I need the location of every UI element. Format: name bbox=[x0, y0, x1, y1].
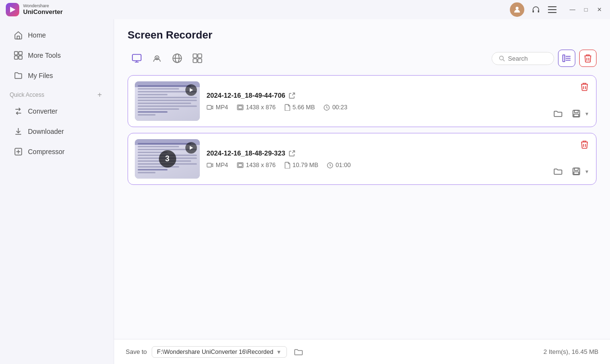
browse-folder-button[interactable] bbox=[292, 345, 305, 359]
toolbar bbox=[128, 49, 597, 67]
more-tools-icon bbox=[13, 51, 23, 60]
delete-recording-button[interactable] bbox=[580, 139, 589, 150]
svg-rect-3 bbox=[538, 10, 539, 13]
duration-value: 00:23 bbox=[332, 104, 347, 111]
open-external-icon[interactable] bbox=[289, 150, 295, 156]
resolution-value: 1438 x 876 bbox=[246, 104, 276, 111]
svg-rect-40 bbox=[238, 164, 242, 167]
svg-rect-6 bbox=[548, 12, 557, 13]
svg-point-15 bbox=[156, 57, 158, 59]
file-icon bbox=[285, 162, 290, 169]
clock-icon bbox=[324, 104, 330, 111]
delete-recording-button[interactable] bbox=[580, 81, 589, 92]
save-path-value: F:\Wondershare UniConverter 16\Recorded bbox=[157, 349, 273, 355]
duration-meta: 01:00 bbox=[327, 162, 350, 169]
sidebar-item-converter[interactable]: Converter bbox=[4, 102, 110, 121]
tab-audio[interactable] bbox=[168, 49, 186, 67]
format-value: MP4 bbox=[216, 104, 228, 111]
svg-marker-37 bbox=[190, 146, 193, 150]
dropdown-chevron-icon: ▼ bbox=[584, 169, 589, 174]
svg-rect-4 bbox=[548, 6, 557, 7]
item-count-label: 2 Item(s), 16.45 MB bbox=[544, 348, 598, 355]
delete-all-button[interactable] bbox=[579, 50, 597, 67]
format-value: MP4 bbox=[216, 162, 228, 169]
svg-rect-35 bbox=[574, 110, 578, 113]
sidebar-item-more-tools[interactable]: More Tools bbox=[4, 46, 110, 65]
svg-rect-8 bbox=[14, 52, 18, 55]
svg-rect-10 bbox=[14, 56, 18, 59]
downloader-icon bbox=[13, 127, 23, 136]
svg-rect-11 bbox=[19, 56, 22, 59]
sidebar-my-files-label: My Files bbox=[28, 72, 53, 79]
open-folder-button[interactable] bbox=[551, 164, 565, 179]
recording-info: 2024-12-16_18-48-29-323 bbox=[207, 149, 544, 169]
app-branding: Wondershare UniConverter bbox=[6, 3, 63, 16]
headset-icon[interactable] bbox=[531, 5, 541, 14]
save-to-label: Save to bbox=[126, 348, 147, 355]
search-box[interactable] bbox=[492, 52, 554, 65]
converter-icon bbox=[13, 106, 23, 116]
recording-name: 2024-12-16_18-49-44-706 bbox=[207, 91, 285, 99]
sidebar-item-compressor[interactable]: Compressor bbox=[4, 142, 110, 161]
recording-meta: MP4 1438 x 876 bbox=[207, 162, 544, 169]
size-value: 5.66 MB bbox=[293, 104, 315, 111]
main-layout: Home More Tools My Files Quick bbox=[0, 19, 610, 364]
svg-rect-36 bbox=[574, 114, 579, 117]
recording-meta: MP4 1438 x 876 bbox=[207, 104, 544, 111]
compressor-icon bbox=[13, 147, 23, 156]
svg-rect-25 bbox=[563, 55, 565, 62]
my-files-icon bbox=[13, 71, 23, 80]
user-avatar[interactable] bbox=[510, 2, 524, 17]
sidebar-more-tools-label: More Tools bbox=[28, 52, 61, 59]
sidebar-item-home[interactable]: Home bbox=[4, 26, 110, 45]
open-external-icon[interactable] bbox=[289, 92, 295, 99]
video-icon bbox=[207, 162, 213, 168]
svg-rect-2 bbox=[532, 10, 534, 13]
content-header: Screen Recorder bbox=[114, 19, 610, 67]
save-path-selector[interactable]: F:\Wondershare UniConverter 16\Recorded … bbox=[152, 346, 286, 358]
save-button[interactable] bbox=[569, 164, 584, 179]
quick-access-add-button[interactable]: + bbox=[95, 91, 104, 99]
close-button[interactable]: ✕ bbox=[595, 5, 604, 14]
list-view-button[interactable] bbox=[558, 50, 575, 67]
bottom-bar: Save to F:\Wondershare UniConverter 16\R… bbox=[114, 339, 610, 364]
video-icon bbox=[207, 104, 213, 110]
svg-rect-30 bbox=[207, 105, 211, 109]
svg-rect-13 bbox=[132, 54, 141, 61]
clock-icon bbox=[327, 162, 333, 169]
tab-apps[interactable] bbox=[188, 49, 207, 67]
file-icon bbox=[285, 104, 290, 111]
sidebar-item-my-files[interactable]: My Files bbox=[4, 66, 110, 85]
home-icon bbox=[13, 30, 23, 40]
sidebar-downloader-label: Downloader bbox=[28, 128, 64, 135]
quick-access-label: Quick Access bbox=[10, 91, 44, 98]
sidebar-converter-label: Converter bbox=[28, 107, 57, 115]
play-badge bbox=[185, 142, 197, 154]
minimize-button[interactable]: — bbox=[568, 5, 577, 14]
save-button[interactable] bbox=[569, 106, 584, 121]
resolution-icon bbox=[237, 162, 244, 168]
recording-thumbnail[interactable] bbox=[135, 81, 200, 121]
svg-rect-20 bbox=[198, 54, 202, 58]
sidebar-item-downloader[interactable]: Downloader bbox=[4, 122, 110, 141]
menu-icon[interactable] bbox=[547, 5, 557, 14]
sidebar-compressor-label: Compressor bbox=[28, 148, 65, 156]
tab-webcam[interactable] bbox=[148, 49, 166, 67]
page-title: Screen Recorder bbox=[128, 29, 597, 41]
save-dropdown-button[interactable]: ▼ bbox=[569, 106, 589, 121]
app-logo bbox=[6, 3, 19, 16]
maximize-button[interactable]: □ bbox=[581, 5, 591, 14]
search-input[interactable] bbox=[508, 55, 551, 62]
sidebar-home-label: Home bbox=[28, 31, 46, 39]
recording-name-row: 2024-12-16_18-49-44-706 bbox=[207, 91, 544, 99]
window-controls: — □ ✕ bbox=[568, 5, 604, 14]
resolution-meta: 1438 x 876 bbox=[237, 162, 276, 169]
save-dropdown-button[interactable]: ▼ bbox=[569, 164, 589, 179]
action-buttons: ▼ bbox=[551, 106, 589, 121]
action-buttons: ▼ bbox=[551, 164, 589, 179]
toolbar-right bbox=[492, 50, 597, 67]
tab-screen[interactable] bbox=[128, 49, 146, 67]
recording-thumbnail[interactable]: 3 bbox=[135, 139, 200, 179]
resolution-value: 1438 x 876 bbox=[246, 162, 276, 169]
open-folder-button[interactable] bbox=[551, 106, 565, 121]
